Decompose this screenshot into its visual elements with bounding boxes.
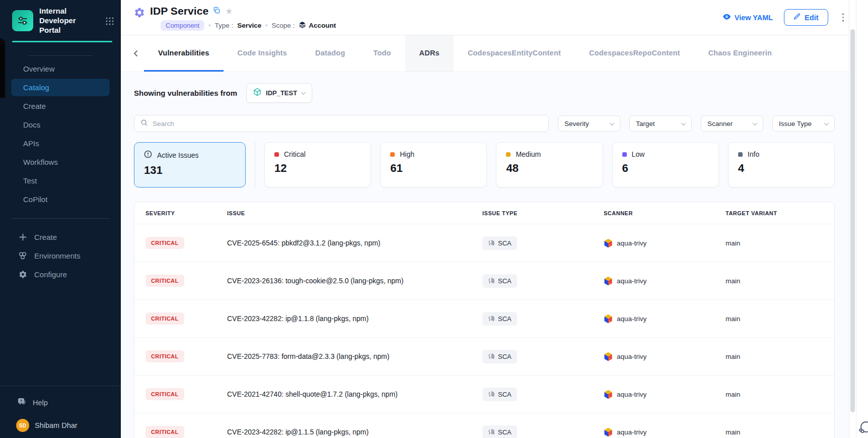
issue-text: CVE-2021-42740: shell-quote@1.7.2 (lang-…: [227, 390, 482, 398]
medium-card[interactable]: Medium 48: [496, 142, 603, 187]
filter-severity[interactable]: Severity: [558, 115, 620, 132]
card-label: Medium: [516, 150, 541, 158]
sidebar-item-copilot[interactable]: CoPilot: [11, 191, 110, 208]
filter-label: Severity: [564, 120, 589, 128]
search-input[interactable]: [153, 120, 542, 128]
critical-card[interactable]: Critical 12: [264, 142, 371, 187]
tab-code-insights[interactable]: Code Insights: [224, 35, 301, 72]
active-issues-card[interactable]: Active Issues 131: [134, 142, 246, 187]
sidebar-item-create[interactable]: Create: [11, 97, 110, 115]
filter-label: Issue Type: [779, 120, 812, 128]
project-select-value: IDP_TEST: [266, 89, 297, 97]
tab-codespaces-entity-content[interactable]: CodespacesEntityContent: [454, 35, 575, 72]
help-button[interactable]: ? Help: [0, 386, 121, 410]
info-dot-icon: [738, 152, 743, 157]
issue-type-label: SCA: [498, 277, 512, 285]
sidebar-item-apis[interactable]: APIs: [11, 135, 110, 152]
summary-cards: Active Issues 131 Critical 12 High 61 Me…: [134, 142, 835, 187]
entity-title-block: IDP Service ★ Component • Type : Service…: [134, 5, 336, 31]
tab-codespaces-repo-content[interactable]: CodespacesRepoContent: [575, 35, 694, 72]
tab-bar: Vulnerabilities Code Insights Datadog To…: [121, 35, 868, 72]
tab-adrs[interactable]: ADRs: [405, 35, 454, 72]
apps-grid-icon[interactable]: [105, 17, 114, 25]
card-count: 48: [506, 162, 593, 175]
tabs-scroll-left-icon[interactable]: [128, 35, 144, 72]
sidebar-action-create[interactable]: Create: [0, 228, 121, 246]
table-row[interactable]: CRITICAL CVE-2025-7783: form-data@2.3.3 …: [134, 338, 834, 376]
tab-vulnerabilities[interactable]: Vulnerabilities: [144, 35, 224, 72]
severity-badge: CRITICAL: [146, 350, 184, 362]
avatar: SD: [16, 419, 29, 432]
issue-type-chip: SCA: [482, 388, 517, 401]
issue-text: CVE-2023-42282: ip@1.1.5 (lang-pkgs, npm…: [227, 428, 482, 436]
sidebar-accent-rule: [12, 41, 112, 42]
high-dot-icon: [390, 152, 395, 157]
table-row[interactable]: CRITICAL CVE-2025-6545: pbkdf2@3.1.2 (la…: [134, 224, 834, 262]
chevron-down-icon: [681, 120, 686, 126]
sidebar-item-test[interactable]: Test: [11, 172, 110, 190]
user-menu[interactable]: SD Shibam Dhar: [0, 410, 121, 438]
sidebar-item-docs[interactable]: Docs: [11, 116, 110, 134]
high-card[interactable]: High 61: [380, 142, 487, 187]
issue-text: CVE-2023-26136: tough-cookie@2.5.0 (lang…: [227, 277, 482, 285]
sidebar: Internal Developer Portal Overview Catal…: [0, 0, 121, 438]
help-chat-icon: ?: [17, 397, 27, 408]
trivy-logo-icon: [604, 390, 613, 399]
project-select[interactable]: IDP_TEST: [246, 83, 312, 103]
plus-icon: [18, 233, 27, 241]
fingerprint-icon: [488, 428, 495, 435]
tab-chaos-engineering[interactable]: Chaos Engineerin: [694, 35, 786, 72]
type-label: Type :: [214, 22, 233, 29]
scanner-name: aqua-trivy: [617, 353, 646, 360]
filter-target[interactable]: Target: [629, 115, 692, 132]
sidebar-item-overview[interactable]: Overview: [11, 60, 110, 78]
sidebar-item-workflows[interactable]: Workflows: [11, 153, 110, 171]
issue-type-chip: SCA: [482, 312, 517, 326]
table-row[interactable]: CRITICAL CVE-2023-42282: ip@1.1.8 (lang-…: [134, 300, 834, 338]
tab-todo[interactable]: Todo: [359, 35, 405, 72]
portal-title: Internal Developer Portal: [39, 7, 99, 35]
environments-icon: [18, 252, 27, 260]
fingerprint-icon: [488, 315, 495, 322]
scanner-name: aqua-trivy: [617, 428, 646, 436]
table-row[interactable]: CRITICAL CVE-2021-42740: shell-quote@1.7…: [134, 376, 834, 413]
sidebar-item-catalog[interactable]: Catalog: [11, 79, 110, 96]
support-headset-icon[interactable]: [856, 419, 868, 438]
sidebar-divider: [11, 218, 110, 219]
issue-type-chip: SCA: [482, 425, 517, 438]
info-card[interactable]: Info 4: [728, 142, 835, 187]
favorite-star-icon[interactable]: ★: [225, 7, 233, 16]
scanner-cell: aqua-trivy: [604, 390, 726, 399]
eye-icon: [722, 14, 731, 22]
sidebar-action-label: Configure: [34, 270, 67, 279]
chevron-down-icon: [753, 120, 758, 126]
page-title: IDP Service: [150, 5, 208, 17]
fingerprint-icon: [488, 239, 495, 246]
search-box: [134, 115, 549, 132]
target-variant: main: [726, 353, 834, 360]
filter-issue-type[interactable]: Issue Type: [772, 115, 835, 132]
filter-scanner[interactable]: Scanner: [701, 115, 763, 132]
copy-icon[interactable]: [213, 7, 221, 16]
table-row[interactable]: CRITICAL CVE-2023-26136: tough-cookie@2.…: [134, 262, 834, 300]
card-count: 6: [622, 162, 709, 175]
trivy-logo-icon: [604, 314, 613, 324]
issue-type-chip: SCA: [482, 350, 517, 363]
tab-datadog[interactable]: Datadog: [301, 35, 359, 72]
chevron-down-icon: [610, 120, 615, 126]
scrollbar-thumb[interactable]: [850, 29, 855, 412]
view-yaml-button[interactable]: View YAML: [722, 14, 773, 22]
issue-type-chip: SCA: [482, 236, 517, 250]
low-card[interactable]: Low 6: [612, 142, 719, 187]
sidebar-action-environments[interactable]: Environments: [0, 246, 121, 265]
severity-badge: CRITICAL: [146, 275, 184, 287]
gutter-divider: [856, 0, 856, 438]
sidebar-action-configure[interactable]: Configure: [0, 265, 121, 284]
trivy-logo-icon: [604, 352, 613, 361]
table-row[interactable]: CRITICAL CVE-2023-42282: ip@1.1.5 (lang-…: [134, 413, 834, 438]
vulnerabilities-panel: Showing vulnerabilities from IDP_TEST: [121, 72, 868, 438]
target-variant: main: [726, 428, 834, 436]
more-options-kebab-icon[interactable]: [839, 11, 847, 24]
edit-button[interactable]: Edit: [784, 9, 828, 26]
card-label: Active Issues: [157, 151, 198, 159]
